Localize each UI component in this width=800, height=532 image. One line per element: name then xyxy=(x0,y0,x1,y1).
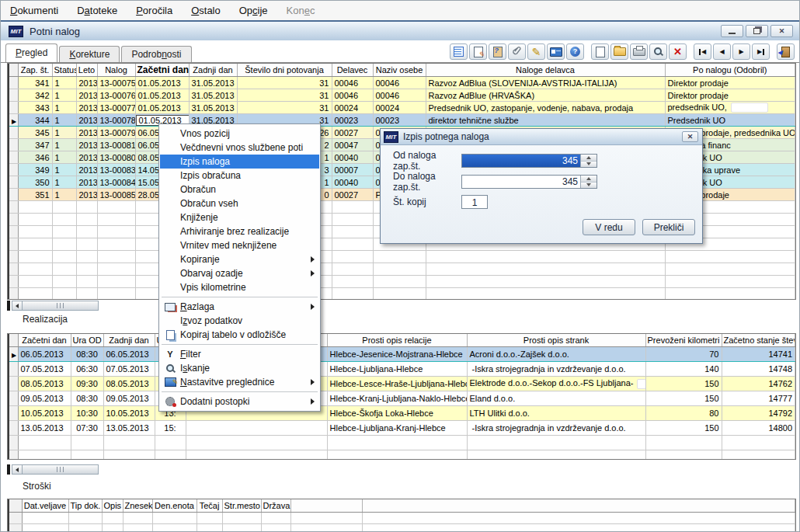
row-marker-cell[interactable] xyxy=(9,391,18,406)
table-cell[interactable] xyxy=(123,513,152,524)
column-header[interactable]: Str.mesto xyxy=(222,499,261,513)
table-cell[interactable] xyxy=(332,263,373,276)
column-header[interactable]: Prosti opis relacije xyxy=(327,334,467,347)
row-marker-cell[interactable] xyxy=(9,251,18,263)
table-cell[interactable] xyxy=(52,226,76,238)
table-cell[interactable]: 10.05.2013 xyxy=(103,406,155,421)
table-cell[interactable]: 345 xyxy=(18,127,52,139)
table-cell[interactable] xyxy=(332,214,373,226)
table-cell[interactable] xyxy=(18,226,52,238)
table-cell[interactable]: 14800 xyxy=(722,421,795,436)
column-header[interactable]: Den.enota xyxy=(152,499,197,513)
context-menu-item[interactable]: Obračun xyxy=(160,183,319,196)
context-menu-item[interactable]: Izpis obračuna xyxy=(160,169,319,183)
next-record-button[interactable]: ▶ xyxy=(732,43,750,60)
table-cell[interactable]: 31 xyxy=(237,102,332,114)
row-marker-cell[interactable] xyxy=(9,421,18,436)
table-cell[interactable]: 14748 xyxy=(722,362,795,377)
table-cell[interactable] xyxy=(18,214,52,226)
table-cell[interactable]: 1 xyxy=(52,89,76,102)
column-header[interactable]: Tip dok. xyxy=(68,499,102,513)
table-cell[interactable] xyxy=(186,421,327,436)
table-cell[interactable] xyxy=(76,226,97,238)
menubar-item-datoteke[interactable]: Datoteke xyxy=(68,3,127,18)
column-header[interactable]: Ura OD xyxy=(71,334,103,347)
table-cell[interactable]: Hlebce-Ljubljana-Kranj-Hlebce xyxy=(327,421,467,436)
row-marker-cell[interactable] xyxy=(9,450,18,461)
empty-row[interactable] xyxy=(9,450,795,461)
table-cell[interactable]: 341 xyxy=(18,77,52,89)
table-cell[interactable] xyxy=(18,263,52,276)
table-cell[interactable] xyxy=(645,450,722,461)
empty-row[interactable] xyxy=(9,276,795,288)
context-menu-item[interactable]: Vpis kilometrine xyxy=(160,280,319,294)
new-document-button[interactable] xyxy=(591,43,609,60)
table-cell[interactable]: 10:30 xyxy=(71,406,103,421)
table-row[interactable]: ▶06.05.201308:3006.05.201314:Hlebce-Jese… xyxy=(9,347,795,362)
ok-button[interactable]: V redu xyxy=(583,219,635,235)
table-cell[interactable] xyxy=(426,263,665,276)
table-cell[interactable] xyxy=(68,524,102,532)
table-row[interactable]: 3411201313-0007501.05.201331.05.20133100… xyxy=(9,77,795,89)
table-cell[interactable] xyxy=(97,251,135,263)
table-cell[interactable] xyxy=(76,214,97,226)
context-menu-item[interactable]: Obračun vseh xyxy=(160,196,319,210)
table-cell[interactable]: 08.05.2013 xyxy=(103,377,155,391)
table-cell[interactable] xyxy=(97,238,135,251)
exit-button[interactable]: ◀ xyxy=(777,43,795,60)
menubar-item-dokumenti[interactable]: Dokumenti xyxy=(1,3,68,18)
table-cell[interactable] xyxy=(332,251,373,263)
table-cell[interactable]: 09:30 xyxy=(71,377,103,391)
row-marker-cell[interactable] xyxy=(9,513,22,524)
spin-up-icon[interactable] xyxy=(581,155,597,162)
table-cell[interactable] xyxy=(327,450,467,461)
splitter-handle[interactable] xyxy=(7,464,10,475)
table-cell[interactable]: 344 xyxy=(18,114,52,127)
table-cell[interactable]: Direktor prodaje xyxy=(665,89,795,102)
table-cell[interactable]: 13-00083 xyxy=(97,164,135,176)
context-menu-item[interactable]: Vnos pozicij xyxy=(160,127,319,141)
column-header[interactable]: Začetni dan▲ xyxy=(135,64,189,77)
tab-podrobnosti[interactable]: Podrobnosti xyxy=(121,46,191,62)
row-marker-cell[interactable] xyxy=(9,201,18,214)
spin-down-icon[interactable] xyxy=(581,162,597,168)
row-marker-cell[interactable] xyxy=(9,238,18,251)
table-cell[interactable]: 1 xyxy=(52,176,76,189)
table-row[interactable]: ▶3441201313-0007801.05.201331.05.2013310… xyxy=(9,114,795,127)
table-cell[interactable] xyxy=(52,201,76,214)
table-cell[interactable]: 1 xyxy=(52,127,76,139)
table-cell[interactable] xyxy=(186,450,327,461)
column-header[interactable]: Po nalogu (Odobril) xyxy=(665,64,795,77)
table-cell[interactable]: 00024 xyxy=(373,102,426,114)
table-cell[interactable] xyxy=(373,276,426,288)
table-cell[interactable] xyxy=(467,436,645,450)
table-cell[interactable]: Predsednik UO xyxy=(665,114,795,127)
orders-hscrollbar[interactable] xyxy=(7,301,99,311)
table-cell[interactable]: 00024 xyxy=(332,102,373,114)
table-cell[interactable] xyxy=(332,276,373,288)
table-cell[interactable]: LTH Ulitki d.o.o. xyxy=(467,406,645,421)
table-cell[interactable]: 2013 xyxy=(76,139,97,151)
column-header[interactable]: Zap. št. xyxy=(18,64,52,77)
table-cell[interactable]: 13.05.2013 xyxy=(103,421,155,436)
table-cell[interactable]: 1 xyxy=(52,102,76,114)
table-cell[interactable] xyxy=(97,288,135,301)
table-cell[interactable]: 00027 xyxy=(332,189,373,201)
column-header[interactable]: Država xyxy=(261,499,290,513)
context-menu-item[interactable]: Obarvaj ozadje xyxy=(160,266,319,280)
context-menu-item[interactable]: YFilter xyxy=(160,347,319,361)
table-cell[interactable] xyxy=(290,513,362,524)
column-header[interactable]: Nalog xyxy=(97,64,135,77)
table-cell[interactable]: Hlebce-Ljubljana-Hlebce xyxy=(327,362,467,377)
context-menu-item[interactable]: Knjiženje xyxy=(160,210,319,224)
row-marker-cell[interactable] xyxy=(9,362,18,377)
table-cell[interactable]: 07.05.2013 xyxy=(103,362,155,377)
table-cell[interactable] xyxy=(76,201,97,214)
column-header[interactable] xyxy=(290,499,362,513)
close-button[interactable]: ✕ xyxy=(770,25,793,37)
empty-row[interactable] xyxy=(9,263,795,276)
table-cell[interactable]: 349 xyxy=(18,164,52,176)
table-cell[interactable]: Acroni d.o.o.-Zajšek d.o.o. xyxy=(467,347,645,362)
row-marker-cell[interactable] xyxy=(9,164,18,176)
table-cell[interactable] xyxy=(103,450,155,461)
